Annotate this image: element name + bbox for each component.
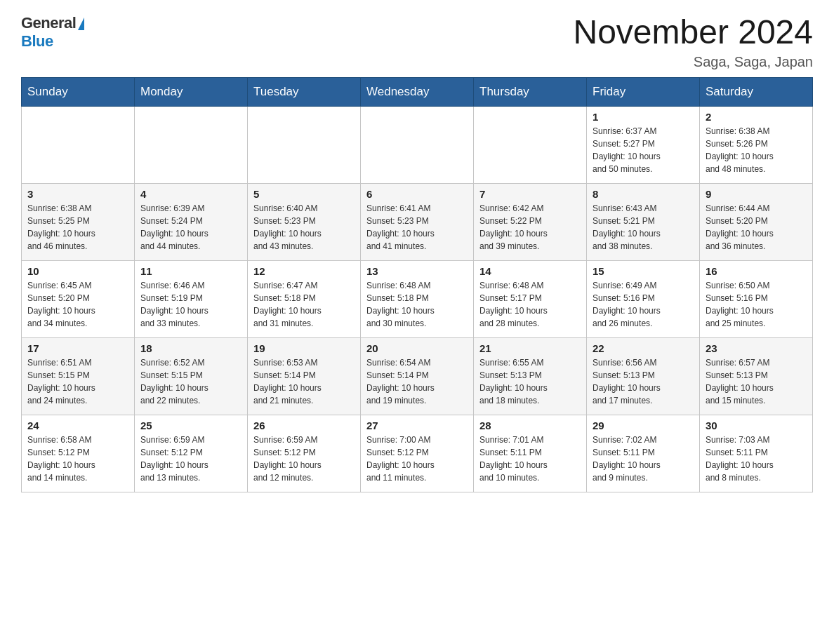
logo-triangle-icon <box>78 18 84 30</box>
sun-info: Sunrise: 6:45 AMSunset: 5:20 PMDaylight:… <box>27 279 128 330</box>
day-number: 12 <box>253 265 355 277</box>
calendar-cell: 13Sunrise: 6:48 AMSunset: 5:18 PMDayligh… <box>361 260 474 337</box>
day-number: 1 <box>593 111 694 123</box>
calendar-cell: 15Sunrise: 6:49 AMSunset: 5:16 PMDayligh… <box>587 260 700 337</box>
sun-info: Sunrise: 6:59 AMSunset: 5:12 PMDaylight:… <box>253 434 355 484</box>
calendar-cell: 2Sunrise: 6:38 AMSunset: 5:26 PMDaylight… <box>700 106 813 183</box>
logo: General Blue <box>21 14 84 51</box>
sun-info: Sunrise: 6:49 AMSunset: 5:16 PMDaylight:… <box>593 279 694 330</box>
header-row: SundayMondayTuesdayWednesdayThursdayFrid… <box>22 77 813 106</box>
sun-info: Sunrise: 6:39 AMSunset: 5:24 PMDaylight:… <box>140 202 241 253</box>
sun-info: Sunrise: 6:37 AMSunset: 5:27 PMDaylight:… <box>593 125 694 175</box>
day-number: 25 <box>140 420 241 431</box>
week-row-5: 24Sunrise: 6:58 AMSunset: 5:12 PMDayligh… <box>22 415 813 492</box>
day-number: 27 <box>366 420 468 431</box>
day-number: 26 <box>253 420 355 431</box>
sun-info: Sunrise: 6:38 AMSunset: 5:26 PMDaylight:… <box>706 125 807 175</box>
sun-info: Sunrise: 6:41 AMSunset: 5:23 PMDaylight:… <box>366 202 468 253</box>
week-row-2: 3Sunrise: 6:38 AMSunset: 5:25 PMDaylight… <box>22 183 813 260</box>
title-area: November 2024 Saga, Saga, Japan <box>573 14 813 70</box>
sun-info: Sunrise: 6:38 AMSunset: 5:25 PMDaylight:… <box>27 202 128 253</box>
calendar-cell <box>248 106 361 183</box>
day-number: 29 <box>593 420 694 431</box>
sun-info: Sunrise: 7:03 AMSunset: 5:11 PMDaylight:… <box>706 434 807 484</box>
day-number: 6 <box>366 188 468 200</box>
sun-info: Sunrise: 7:01 AMSunset: 5:11 PMDaylight:… <box>479 434 581 484</box>
calendar-cell: 5Sunrise: 6:40 AMSunset: 5:23 PMDaylight… <box>248 183 361 260</box>
calendar-cell: 20Sunrise: 6:54 AMSunset: 5:14 PMDayligh… <box>361 337 474 415</box>
day-number: 4 <box>140 188 241 200</box>
day-number: 17 <box>27 342 128 354</box>
sun-info: Sunrise: 6:47 AMSunset: 5:18 PMDaylight:… <box>253 279 355 330</box>
day-header-sunday: Sunday <box>22 77 135 106</box>
day-header-friday: Friday <box>587 77 700 106</box>
sun-info: Sunrise: 6:55 AMSunset: 5:13 PMDaylight:… <box>479 356 581 407</box>
calendar-cell: 9Sunrise: 6:44 AMSunset: 5:20 PMDaylight… <box>700 183 813 260</box>
sun-info: Sunrise: 6:52 AMSunset: 5:15 PMDaylight:… <box>140 356 241 407</box>
logo-general-text: General <box>21 14 76 32</box>
day-header-thursday: Thursday <box>474 77 587 106</box>
calendar-cell <box>22 106 135 183</box>
calendar-cell: 24Sunrise: 6:58 AMSunset: 5:12 PMDayligh… <box>22 415 135 492</box>
calendar-cell: 21Sunrise: 6:55 AMSunset: 5:13 PMDayligh… <box>474 337 587 415</box>
calendar-cell: 1Sunrise: 6:37 AMSunset: 5:27 PMDaylight… <box>587 106 700 183</box>
calendar-body: 1Sunrise: 6:37 AMSunset: 5:27 PMDaylight… <box>22 106 813 492</box>
day-number: 2 <box>706 111 807 123</box>
calendar-cell: 26Sunrise: 6:59 AMSunset: 5:12 PMDayligh… <box>248 415 361 492</box>
day-number: 11 <box>140 265 241 277</box>
sun-info: Sunrise: 6:50 AMSunset: 5:16 PMDaylight:… <box>706 279 807 330</box>
location-subtitle: Saga, Saga, Japan <box>573 54 813 70</box>
sun-info: Sunrise: 6:54 AMSunset: 5:14 PMDaylight:… <box>366 356 468 407</box>
calendar-cell: 8Sunrise: 6:43 AMSunset: 5:21 PMDaylight… <box>587 183 700 260</box>
calendar-cell: 30Sunrise: 7:03 AMSunset: 5:11 PMDayligh… <box>700 415 813 492</box>
sun-info: Sunrise: 7:02 AMSunset: 5:11 PMDaylight:… <box>593 434 694 484</box>
calendar-cell: 12Sunrise: 6:47 AMSunset: 5:18 PMDayligh… <box>248 260 361 337</box>
calendar-cell: 10Sunrise: 6:45 AMSunset: 5:20 PMDayligh… <box>22 260 135 337</box>
day-number: 7 <box>479 188 581 200</box>
calendar-cell: 28Sunrise: 7:01 AMSunset: 5:11 PMDayligh… <box>474 415 587 492</box>
calendar-cell: 18Sunrise: 6:52 AMSunset: 5:15 PMDayligh… <box>135 337 248 415</box>
day-number: 30 <box>706 420 807 431</box>
calendar-cell: 22Sunrise: 6:56 AMSunset: 5:13 PMDayligh… <box>587 337 700 415</box>
day-number: 14 <box>479 265 581 277</box>
day-number: 22 <box>593 342 694 354</box>
calendar-cell: 11Sunrise: 6:46 AMSunset: 5:19 PMDayligh… <box>135 260 248 337</box>
sun-info: Sunrise: 6:59 AMSunset: 5:12 PMDaylight:… <box>140 434 241 484</box>
sun-info: Sunrise: 6:43 AMSunset: 5:21 PMDaylight:… <box>593 202 694 253</box>
day-number: 16 <box>706 265 807 277</box>
day-number: 24 <box>27 420 128 431</box>
day-number: 23 <box>706 342 807 354</box>
calendar-cell <box>361 106 474 183</box>
logo-blue-text: Blue <box>21 32 53 51</box>
calendar-cell: 19Sunrise: 6:53 AMSunset: 5:14 PMDayligh… <box>248 337 361 415</box>
day-number: 28 <box>479 420 581 431</box>
calendar-cell: 27Sunrise: 7:00 AMSunset: 5:12 PMDayligh… <box>361 415 474 492</box>
day-number: 3 <box>27 188 128 200</box>
calendar-cell: 14Sunrise: 6:48 AMSunset: 5:17 PMDayligh… <box>474 260 587 337</box>
sun-info: Sunrise: 6:44 AMSunset: 5:20 PMDaylight:… <box>706 202 807 253</box>
sun-info: Sunrise: 6:48 AMSunset: 5:18 PMDaylight:… <box>366 279 468 330</box>
calendar-cell: 25Sunrise: 6:59 AMSunset: 5:12 PMDayligh… <box>135 415 248 492</box>
day-header-saturday: Saturday <box>700 77 813 106</box>
day-number: 21 <box>479 342 581 354</box>
day-number: 13 <box>366 265 468 277</box>
day-header-monday: Monday <box>135 77 248 106</box>
sun-info: Sunrise: 7:00 AMSunset: 5:12 PMDaylight:… <box>366 434 468 484</box>
calendar-cell: 4Sunrise: 6:39 AMSunset: 5:24 PMDaylight… <box>135 183 248 260</box>
week-row-1: 1Sunrise: 6:37 AMSunset: 5:27 PMDaylight… <box>22 106 813 183</box>
calendar-cell: 6Sunrise: 6:41 AMSunset: 5:23 PMDaylight… <box>361 183 474 260</box>
calendar-cell: 23Sunrise: 6:57 AMSunset: 5:13 PMDayligh… <box>700 337 813 415</box>
day-number: 9 <box>706 188 807 200</box>
calendar-cell: 3Sunrise: 6:38 AMSunset: 5:25 PMDaylight… <box>22 183 135 260</box>
sun-info: Sunrise: 6:46 AMSunset: 5:19 PMDaylight:… <box>140 279 241 330</box>
day-number: 10 <box>27 265 128 277</box>
day-number: 8 <box>593 188 694 200</box>
sun-info: Sunrise: 6:57 AMSunset: 5:13 PMDaylight:… <box>706 356 807 407</box>
sun-info: Sunrise: 6:42 AMSunset: 5:22 PMDaylight:… <box>479 202 581 253</box>
day-number: 18 <box>140 342 241 354</box>
sun-info: Sunrise: 6:53 AMSunset: 5:14 PMDaylight:… <box>253 356 355 407</box>
sun-info: Sunrise: 6:56 AMSunset: 5:13 PMDaylight:… <box>593 356 694 407</box>
month-year-title: November 2024 <box>573 14 813 51</box>
calendar-cell <box>474 106 587 183</box>
calendar-cell: 16Sunrise: 6:50 AMSunset: 5:16 PMDayligh… <box>700 260 813 337</box>
